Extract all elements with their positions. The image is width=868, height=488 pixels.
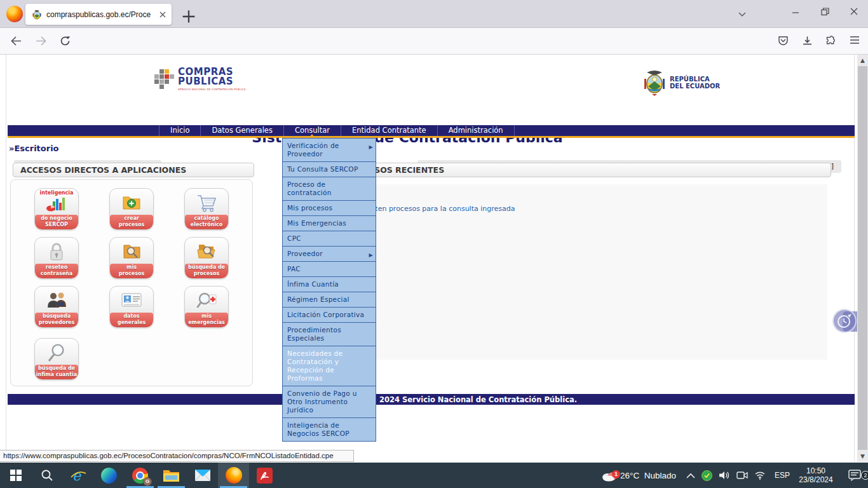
taskbar-internet-explorer[interactable]: e (62, 463, 93, 488)
nav-item-consultar[interactable]: Consultar (284, 125, 341, 136)
menu-item-procedimientos-especiales[interactable]: Procedimientos Especiales (283, 323, 376, 346)
language-indicator[interactable]: ESP (775, 471, 790, 480)
menu-item-proveedor[interactable]: Proveedor▶ (283, 247, 376, 262)
back-icon[interactable] (10, 36, 22, 46)
app-tile-datos-generales[interactable]: datos generales (109, 286, 154, 328)
app-tile-mis-procesos[interactable]: mis procesos (109, 237, 154, 279)
app-tile-crear-procesos[interactable]: crear procesos (109, 188, 154, 230)
app-tile-label: datos generales (110, 313, 153, 327)
republica-ecuador-logo: REPÚBLICA DEL ECUADOR (643, 69, 720, 97)
app-tile-inteligencia-negocios[interactable]: inteligencia de negocio SERCOP (34, 188, 79, 230)
close-button[interactable] (839, 8, 868, 20)
compras-publicas-logo: COMPRAS PUBLICAS SERVICIO NACIONAL DE CO… (154, 67, 246, 91)
nav-item-administracion[interactable]: Administración (438, 125, 515, 136)
breadcrumb-label: Escritorio (14, 144, 58, 153)
app-tile-busqueda-procesos[interactable]: búsqueda de procesos (184, 237, 229, 279)
start-button[interactable] (0, 463, 31, 488)
minimize-button[interactable] (781, 8, 810, 20)
forward-icon[interactable] (36, 36, 47, 46)
search-medical-icon (185, 291, 228, 311)
vertical-scrollbar[interactable]: ▲ ▼ (857, 55, 868, 462)
taskbar-edge[interactable] (93, 463, 125, 488)
downloads-icon[interactable] (802, 36, 813, 46)
weather-badge: 1 (612, 470, 620, 478)
menu-item-regimen-especial[interactable]: Régimen Especial (283, 292, 376, 308)
antivirus-shield-icon (702, 470, 712, 481)
new-tab-button[interactable] (182, 10, 196, 24)
menu-item-necesidades-contratacion[interactable]: Necesidades de Contratación y Recepción … (283, 346, 376, 386)
menu-item-mis-procesos[interactable]: Mis procesos (283, 201, 376, 216)
menu-item-infima-cuantia[interactable]: Ínfima Cuantía (283, 277, 376, 292)
weather-widget[interactable]: 1 (601, 469, 618, 482)
reload-icon[interactable] (60, 36, 71, 46)
taskbar-file-explorer[interactable] (156, 463, 187, 488)
breadcrumb: »Escritorio (9, 144, 59, 153)
app-tile-label: búsqueda proveedores (35, 313, 78, 327)
extensions-puzzle-icon[interactable] (825, 36, 837, 46)
menu-item-label: Licitación Corporativa (287, 311, 364, 318)
acrobat-icon (257, 468, 273, 484)
submenu-arrow-icon: ▶ (369, 251, 373, 259)
app-tile-mis-emergencias[interactable]: mis emergencias (184, 286, 229, 328)
antivirus-tray-icon[interactable] (699, 470, 715, 481)
app-tile-label: búsqueda de procesos (185, 264, 228, 278)
menu-hamburger-icon[interactable] (850, 36, 860, 44)
weather-text[interactable]: 26°C Nublado (620, 471, 676, 480)
edge-icon (101, 468, 117, 484)
firefox-icon (226, 467, 242, 484)
restore-button[interactable] (810, 8, 839, 20)
app-tile-busqueda-proveedores[interactable]: búsqueda proveedores (34, 286, 79, 328)
browser-tab[interactable]: compraspublicas.gob.ec/Proce (25, 4, 172, 25)
menu-item-mis-emergencias[interactable]: Mis Emergencias (283, 216, 376, 231)
nav-item-datos-generales[interactable]: Datos Generales (201, 125, 283, 136)
taskbar-mail[interactable] (187, 463, 218, 488)
apps-panel-header: ACCESOS DIRECTOS A APLICACIONES (13, 163, 254, 177)
screen: compraspublicas.gob.ec/Proce (0, 0, 868, 488)
folder-search-open-icon (185, 242, 228, 261)
menu-item-label: Inteligencia de Negocios SERCOP (287, 421, 349, 437)
app-tile-label: de negocio SERCOP (35, 215, 78, 229)
menu-item-pac[interactable]: PAC (283, 262, 376, 277)
clock-date: 23/8/2024 (796, 475, 836, 484)
menu-item-label: Tu Consulta SERCOP (287, 165, 358, 173)
tray-overflow-button[interactable] (682, 473, 699, 478)
app-tile-catalogo-electronico[interactable]: catálogo electrónico (184, 188, 229, 230)
scrollbar-thumb[interactable] (858, 66, 867, 450)
scroll-down-icon[interactable]: ▼ (857, 453, 868, 459)
menu-item-proceso-contratacion[interactable]: Proceso de contratación (283, 177, 376, 201)
page-left-border (6, 55, 6, 462)
logo-line2: PUBLICAS (178, 76, 233, 87)
taskbar-search-button[interactable] (31, 463, 62, 488)
firefox-app-icon[interactable] (6, 6, 23, 22)
menu-item-cpc[interactable]: CPC (283, 231, 376, 247)
app-tile-label: mis emergencias (185, 313, 228, 327)
menu-item-inteligencia-negocios[interactable]: Inteligencia de Negocios SERCOP (283, 418, 376, 441)
tab-close-icon[interactable] (159, 11, 166, 18)
meet-now-tray-icon[interactable] (733, 471, 751, 480)
taskbar-chrome[interactable]: G (125, 463, 156, 488)
app-tile-label: mis procesos (110, 264, 153, 278)
taskbar-icons: e G (0, 463, 280, 488)
volume-tray-icon[interactable] (715, 470, 733, 480)
nav-item-inicio[interactable]: Inicio (159, 125, 201, 136)
action-center-button[interactable]: 2 (841, 470, 868, 481)
wifi-tray-icon[interactable] (751, 471, 769, 480)
taskbar-acrobat[interactable] (249, 463, 280, 488)
app-tile-busqueda-infima-cuantia[interactable]: búsqueda de infima cuantia (34, 338, 79, 380)
pocket-icon[interactable] (778, 36, 789, 46)
republic-line1: REPÚBLICA (670, 76, 710, 83)
taskbar-clock[interactable]: 10:50 23/8/2024 (796, 466, 836, 484)
floating-clock-widget[interactable] (832, 309, 857, 333)
nav-item-entidad-contratante[interactable]: Entidad Contratante (341, 125, 438, 136)
menu-item-label: Proceso de contratación (287, 180, 332, 196)
menu-item-convenio-pago[interactable]: Convenio de Pago u Otro Instrumento Jurí… (283, 386, 376, 418)
weather-condition: Nublado (644, 471, 676, 480)
taskbar-firefox[interactable] (218, 463, 249, 488)
menu-item-tu-consulta-sercop[interactable]: Tu Consulta SERCOP (283, 162, 376, 177)
app-tile-reseteo-contrasena[interactable]: reseteo contraseña (34, 237, 79, 279)
menu-item-verificacion-proveedor[interactable]: Verificación de Proveedor▶ (283, 139, 376, 162)
scroll-up-icon[interactable]: ▲ (857, 57, 868, 64)
list-tabs-chevron-icon[interactable] (738, 10, 747, 18)
mail-icon (194, 469, 211, 482)
menu-item-licitacion-corporativa[interactable]: Licitación Corporativa (283, 308, 376, 323)
